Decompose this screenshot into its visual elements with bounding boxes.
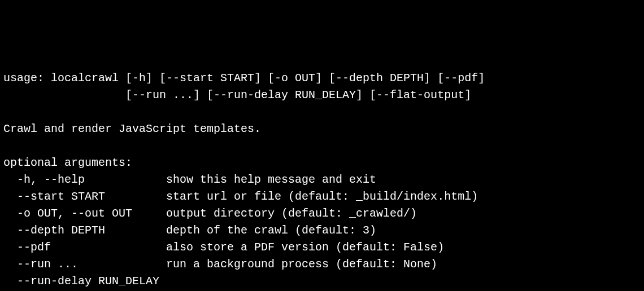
arg-help: -h, --help show this help message and ex…	[3, 173, 376, 186]
arg-run: --run ... run a background process (defa…	[3, 258, 437, 271]
arg-run-delay-flag: --run-delay RUN_DELAY	[3, 275, 159, 288]
arg-depth: --depth DEPTH depth of the crawl (defaul…	[3, 224, 376, 237]
arg-start: --start START start url or file (default…	[3, 190, 478, 203]
terminal-output: usage: localcrawl [-h] [--start START] […	[3, 70, 641, 291]
section-header: optional arguments:	[3, 156, 132, 169]
description-line: Crawl and render JavaScript templates.	[3, 122, 261, 135]
arg-pdf: --pdf also store a PDF version (default:…	[3, 241, 444, 254]
arg-out: -o OUT, --out OUT output directory (defa…	[3, 207, 417, 220]
usage-line-1: usage: localcrawl [-h] [--start START] […	[3, 72, 485, 85]
usage-line-2: [--run ...] [--run-delay RUN_DELAY] [--f…	[3, 89, 471, 102]
